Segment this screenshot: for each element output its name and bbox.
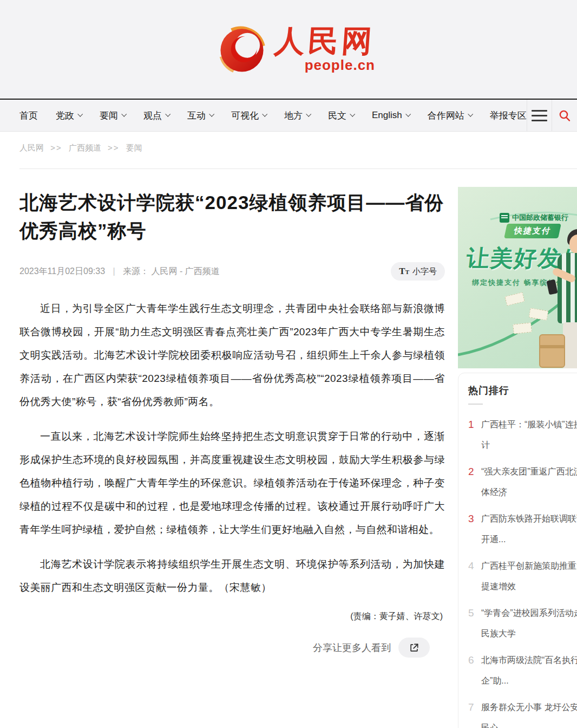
article-meta-left: 2023年11月02日09:33 | 来源： 人民网 - 广西频道: [19, 266, 220, 277]
source-link[interactable]: 人民网 - 广西频道: [152, 266, 220, 276]
hamburger-icon: [532, 110, 547, 121]
article-body: 近日，为引导全区广大青年学生践行生态文明理念，共青团中央社会联络部与新浪微博联合…: [19, 297, 445, 599]
nav-item-label: English: [372, 110, 402, 121]
nav-item-label: 观点: [143, 109, 162, 122]
chevron-down-icon: [165, 112, 171, 117]
hot-ranking-item-2[interactable]: 2 “强大亲友团”重返广西北流 体经济: [468, 461, 577, 503]
hot-item-text: “强大亲友团”重返广西北流: [481, 461, 577, 482]
hot-item-text: 企”助...: [481, 671, 577, 691]
chevron-down-icon: [209, 112, 214, 117]
page-title: 北海艺术设计学院获“2023绿植领养项目——省份优秀高校”称号: [19, 188, 445, 245]
logo-zh-text: 人民网: [273, 26, 376, 56]
font-size-button-label: 小字号: [412, 266, 437, 277]
rank-number: 6: [468, 650, 474, 671]
chevron-down-icon: [77, 112, 83, 117]
nav-item-label: 互动: [187, 109, 206, 122]
article-paragraph: 近日，为引导全区广大青年学生践行生态文明理念，共青团中央社会联络部与新浪微博联合…: [19, 297, 445, 413]
nav-item-keshihua[interactable]: 可视化: [231, 109, 266, 122]
hot-item-text: 北海市两级法院“百名执行干: [481, 650, 577, 671]
nav-item-label: 党政: [56, 109, 74, 122]
nav-item-hudong[interactable]: 互动: [187, 109, 213, 122]
rank-number: 2: [468, 461, 474, 482]
ad-banner[interactable]: 中国邮政储蓄银行 快捷支付 让美好发生 绑定快捷支付 畅享缤纷优惠: [458, 187, 577, 368]
menu-button[interactable]: [527, 100, 552, 131]
nav-item-difang[interactable]: 地方: [284, 109, 310, 122]
hot-ranking-panel: 热门排行 1 广西桂平：“服装小镇”连接 计 2 “强大亲友团”重返广西北流 体…: [458, 373, 577, 728]
nav-item-label: 地方: [284, 109, 303, 122]
bank-emblem-icon: [500, 213, 509, 223]
hot-ranking-item-7[interactable]: 7 服务群众无小事 龙圩公安排忧 民心: [468, 697, 577, 728]
nav-list: 首页 党政 要闻 观点 互动 可视化 地方 民文 English 合作网站 举报…: [0, 100, 527, 131]
logo-en-text: people.cn: [305, 57, 375, 73]
nav-item-dangzheng[interactable]: 党政: [56, 109, 82, 122]
nav-item-jubao[interactable]: 举报专区: [490, 109, 527, 122]
article-paragraph: 一直以来，北海艺术设计学院师生始终坚持把生态文明意识贯穿于日常的行动中，逐渐形成…: [19, 425, 445, 541]
breadcrumb-separator: >>: [50, 143, 62, 152]
search-button[interactable]: [552, 100, 577, 131]
nav-item-label: 要闻: [100, 109, 118, 122]
chevron-down-icon: [350, 112, 355, 117]
editor-note: (责编：黄子婧、许荩文): [19, 611, 445, 622]
share-row: 分享让更多人看到: [19, 638, 445, 658]
search-icon: [558, 109, 571, 122]
nav-item-yaowen[interactable]: 要闻: [100, 109, 126, 122]
nav-item-minwen[interactable]: 民文: [328, 109, 354, 122]
rank-number: 4: [468, 556, 474, 576]
hot-item-text: “学青会”进校园系列活动走: [481, 603, 577, 623]
hot-item-text: 民族大学: [481, 623, 577, 644]
rank-number: 7: [468, 697, 474, 718]
meta-pipe: |: [113, 266, 115, 276]
ad-suitcase-illustration: [539, 334, 565, 368]
share-icon: [409, 642, 419, 653]
main-nav: 首页 党政 要闻 观点 互动 可视化 地方 民文 English 合作网站 举报…: [0, 99, 577, 132]
font-size-icon: TT: [399, 266, 409, 277]
article: 北海艺术设计学院获“2023绿植领养项目——省份优秀高校”称号 2023年11月…: [19, 188, 445, 658]
bank-name: 中国邮政储蓄银行: [512, 213, 568, 223]
nav-item-hezuo[interactable]: 合作网站: [428, 109, 472, 122]
nav-item-label: 民文: [328, 109, 346, 122]
hot-item-text: 广西防东铁路开始联调联试 预: [481, 509, 577, 529]
chevron-down-icon: [121, 112, 127, 117]
breadcrumb-link-channel[interactable]: 广西频道: [69, 143, 101, 152]
chevron-down-icon: [306, 112, 311, 117]
breadcrumb-separator: >>: [108, 143, 120, 152]
nav-item-label: 可视化: [231, 109, 259, 122]
hot-item-text: 提速增效: [481, 576, 577, 597]
article-paragraph: 北海艺术设计学院表示将持续组织学生开展生态文明、环境保护等系列活动，为加快建设美…: [19, 552, 445, 599]
source-label: 来源：: [123, 266, 149, 276]
article-date: 2023年11月02日09:33: [19, 266, 105, 276]
hot-ranking-item-3[interactable]: 3 广西防东铁路开始联调联试 预 开通...: [468, 509, 577, 550]
hot-ranking-item-1[interactable]: 1 广西桂平：“服装小镇”连接 计: [468, 414, 577, 456]
coupon-decoration: [513, 322, 532, 334]
hot-item-text: 开通...: [481, 529, 577, 550]
nav-item-english[interactable]: English: [372, 110, 410, 121]
hot-ranking-item-6[interactable]: 6 北海市两级法院“百名执行干 企”助...: [468, 650, 577, 691]
chevron-down-icon: [468, 112, 473, 117]
hot-ranking-item-4[interactable]: 4 广西桂平创新施策助推重大项 提速增效: [468, 556, 577, 597]
nav-item-label: 举报专区: [490, 109, 527, 122]
logo-text: 人民网 people.cn: [274, 26, 375, 73]
nav-item-guandian[interactable]: 观点: [143, 109, 169, 122]
nav-item-label: 首页: [19, 109, 38, 122]
hot-item-text: 服务群众无小事 龙圩公安排忧: [481, 697, 577, 718]
article-meta: 2023年11月02日09:33 | 来源： 人民网 - 广西频道 TT 小字号: [19, 262, 445, 281]
hot-item-text: 计: [481, 435, 577, 456]
rank-number: 5: [468, 603, 474, 623]
breadcrumb-link-section[interactable]: 要闻: [126, 143, 142, 152]
hot-ranking-item-5[interactable]: 5 “学青会”进校园系列活动走 民族大学: [468, 603, 577, 644]
share-button[interactable]: [398, 638, 430, 658]
site-header: 人民网 people.cn: [0, 0, 577, 99]
hot-item-text: 民心: [481, 718, 577, 728]
rank-number: 3: [468, 509, 474, 529]
chevron-down-icon: [405, 112, 411, 117]
breadcrumb-divider: [19, 168, 577, 169]
bank-logo: 中国邮政储蓄银行: [500, 213, 568, 223]
breadcrumb-link-people[interactable]: 人民网: [19, 143, 44, 152]
nav-item-home[interactable]: 首页: [19, 109, 38, 122]
site-logo[interactable]: 人民网 people.cn: [217, 24, 375, 74]
people-cn-logo-icon: [217, 24, 267, 74]
font-size-button[interactable]: TT 小字号: [391, 262, 445, 281]
hot-title-underline: [468, 404, 483, 405]
page: 人民网 people.cn 首页 党政 要闻 观点 互动 可视化 地方 民文 E…: [0, 0, 577, 728]
rank-number: 1: [468, 414, 474, 435]
